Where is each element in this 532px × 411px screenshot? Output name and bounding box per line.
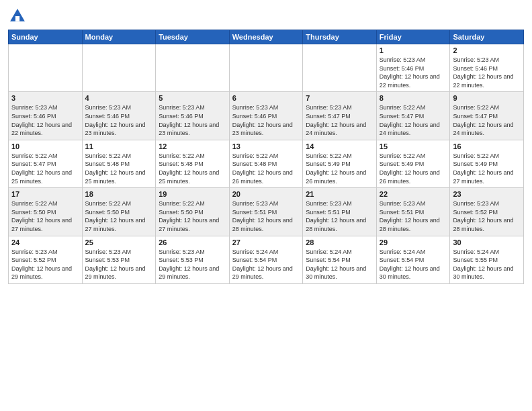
logo-icon	[8, 7, 27, 26]
day-cell: 19Sunrise: 5:22 AM Sunset: 5:50 PM Dayli…	[156, 188, 230, 236]
day-cell: 13Sunrise: 5:22 AM Sunset: 5:48 PM Dayli…	[229, 140, 303, 187]
day-info: Sunrise: 5:24 AM Sunset: 5:54 PM Dayligh…	[380, 248, 447, 281]
day-info: Sunrise: 5:23 AM Sunset: 5:51 PM Dayligh…	[306, 199, 373, 233]
day-info: Sunrise: 5:23 AM Sunset: 5:52 PM Dayligh…	[453, 199, 521, 233]
day-cell: 20Sunrise: 5:23 AM Sunset: 5:51 PM Dayli…	[229, 188, 303, 236]
week-row-2: 3Sunrise: 5:23 AM Sunset: 5:46 PM Daylig…	[9, 92, 524, 140]
day-cell: 7Sunrise: 5:23 AM Sunset: 5:47 PM Daylig…	[303, 92, 377, 140]
day-number: 19	[159, 190, 226, 198]
day-cell: 30Sunrise: 5:24 AM Sunset: 5:55 PM Dayli…	[450, 236, 524, 283]
day-info: Sunrise: 5:24 AM Sunset: 5:54 PM Dayligh…	[306, 248, 373, 281]
day-info: Sunrise: 5:22 AM Sunset: 5:50 PM Dayligh…	[85, 199, 153, 233]
day-number: 25	[85, 238, 153, 246]
week-row-5: 24Sunrise: 5:23 AM Sunset: 5:52 PM Dayli…	[9, 236, 524, 283]
day-cell: 10Sunrise: 5:22 AM Sunset: 5:47 PM Dayli…	[9, 140, 83, 187]
day-cell: 9Sunrise: 5:22 AM Sunset: 5:47 PM Daylig…	[450, 92, 524, 140]
day-cell: 24Sunrise: 5:23 AM Sunset: 5:52 PM Dayli…	[9, 236, 83, 283]
day-cell: 23Sunrise: 5:23 AM Sunset: 5:52 PM Dayli…	[450, 188, 524, 236]
day-cell: 6Sunrise: 5:23 AM Sunset: 5:46 PM Daylig…	[229, 92, 303, 140]
day-cell: 14Sunrise: 5:22 AM Sunset: 5:49 PM Dayli…	[303, 140, 377, 187]
weekday-header-thursday: Thursday	[303, 30, 377, 44]
weekday-header-tuesday: Tuesday	[156, 30, 230, 44]
day-cell: 4Sunrise: 5:23 AM Sunset: 5:46 PM Daylig…	[82, 92, 156, 140]
day-number: 9	[453, 94, 521, 102]
week-row-3: 10Sunrise: 5:22 AM Sunset: 5:47 PM Dayli…	[9, 140, 524, 187]
day-number: 26	[159, 238, 226, 246]
day-info: Sunrise: 5:24 AM Sunset: 5:55 PM Dayligh…	[453, 248, 521, 281]
header	[8, 7, 524, 26]
weekday-header-friday: Friday	[376, 30, 450, 44]
day-number: 17	[11, 190, 79, 198]
svg-rect-1	[15, 16, 19, 21]
day-cell: 16Sunrise: 5:22 AM Sunset: 5:49 PM Dayli…	[450, 140, 524, 187]
day-info: Sunrise: 5:22 AM Sunset: 5:47 PM Dayligh…	[380, 103, 447, 137]
day-info: Sunrise: 5:23 AM Sunset: 5:47 PM Dayligh…	[306, 103, 373, 137]
day-number: 28	[306, 238, 373, 246]
page: SundayMondayTuesdayWednesdayThursdayFrid…	[0, 0, 532, 411]
day-number: 14	[306, 142, 373, 150]
day-info: Sunrise: 5:23 AM Sunset: 5:53 PM Dayligh…	[85, 248, 153, 281]
day-cell: 3Sunrise: 5:23 AM Sunset: 5:46 PM Daylig…	[9, 92, 83, 140]
day-number: 22	[380, 190, 447, 198]
day-info: Sunrise: 5:22 AM Sunset: 5:48 PM Dayligh…	[232, 152, 300, 185]
day-cell	[303, 44, 377, 92]
day-number: 21	[306, 190, 373, 198]
day-cell	[9, 44, 83, 92]
calendar: SundayMondayTuesdayWednesdayThursdayFrid…	[8, 30, 524, 284]
day-info: Sunrise: 5:22 AM Sunset: 5:48 PM Dayligh…	[159, 152, 226, 185]
day-cell: 18Sunrise: 5:22 AM Sunset: 5:50 PM Dayli…	[82, 188, 156, 236]
day-info: Sunrise: 5:22 AM Sunset: 5:47 PM Dayligh…	[453, 103, 521, 137]
day-number: 2	[453, 46, 521, 54]
day-number: 20	[232, 190, 300, 198]
day-info: Sunrise: 5:23 AM Sunset: 5:53 PM Dayligh…	[159, 248, 226, 281]
day-info: Sunrise: 5:23 AM Sunset: 5:51 PM Dayligh…	[380, 199, 447, 233]
day-cell: 8Sunrise: 5:22 AM Sunset: 5:47 PM Daylig…	[376, 92, 450, 140]
day-info: Sunrise: 5:23 AM Sunset: 5:46 PM Dayligh…	[11, 103, 79, 137]
weekday-header-monday: Monday	[82, 30, 156, 44]
weekday-header-saturday: Saturday	[450, 30, 524, 44]
logo	[8, 7, 30, 26]
day-cell: 5Sunrise: 5:23 AM Sunset: 5:46 PM Daylig…	[156, 92, 230, 140]
day-cell: 21Sunrise: 5:23 AM Sunset: 5:51 PM Dayli…	[303, 188, 377, 236]
day-info: Sunrise: 5:23 AM Sunset: 5:46 PM Dayligh…	[232, 103, 300, 137]
day-cell: 28Sunrise: 5:24 AM Sunset: 5:54 PM Dayli…	[303, 236, 377, 283]
day-number: 16	[453, 142, 521, 150]
day-number: 11	[85, 142, 153, 150]
day-number: 8	[380, 94, 447, 102]
day-number: 29	[380, 238, 447, 246]
day-cell: 1Sunrise: 5:23 AM Sunset: 5:46 PM Daylig…	[376, 44, 450, 92]
day-cell	[82, 44, 156, 92]
day-number: 10	[11, 142, 79, 150]
day-number: 24	[11, 238, 79, 246]
day-cell	[229, 44, 303, 92]
day-cell: 26Sunrise: 5:23 AM Sunset: 5:53 PM Dayli…	[156, 236, 230, 283]
day-number: 12	[159, 142, 226, 150]
day-info: Sunrise: 5:22 AM Sunset: 5:48 PM Dayligh…	[85, 152, 153, 185]
day-cell: 11Sunrise: 5:22 AM Sunset: 5:48 PM Dayli…	[82, 140, 156, 187]
day-info: Sunrise: 5:23 AM Sunset: 5:46 PM Dayligh…	[380, 56, 447, 89]
day-cell: 22Sunrise: 5:23 AM Sunset: 5:51 PM Dayli…	[376, 188, 450, 236]
day-cell: 25Sunrise: 5:23 AM Sunset: 5:53 PM Dayli…	[82, 236, 156, 283]
weekday-header-wednesday: Wednesday	[229, 30, 303, 44]
day-number: 30	[453, 238, 521, 246]
day-number: 13	[232, 142, 300, 150]
day-info: Sunrise: 5:23 AM Sunset: 5:46 PM Dayligh…	[85, 103, 153, 137]
day-cell	[156, 44, 230, 92]
weekday-header-row: SundayMondayTuesdayWednesdayThursdayFrid…	[9, 30, 524, 44]
day-cell: 29Sunrise: 5:24 AM Sunset: 5:54 PM Dayli…	[376, 236, 450, 283]
day-info: Sunrise: 5:22 AM Sunset: 5:50 PM Dayligh…	[159, 199, 226, 233]
day-info: Sunrise: 5:23 AM Sunset: 5:52 PM Dayligh…	[11, 248, 79, 281]
day-number: 27	[232, 238, 300, 246]
week-row-1: 1Sunrise: 5:23 AM Sunset: 5:46 PM Daylig…	[9, 44, 524, 92]
day-info: Sunrise: 5:24 AM Sunset: 5:54 PM Dayligh…	[232, 248, 300, 281]
day-number: 5	[159, 94, 226, 102]
day-info: Sunrise: 5:22 AM Sunset: 5:50 PM Dayligh…	[11, 199, 79, 233]
week-row-4: 17Sunrise: 5:22 AM Sunset: 5:50 PM Dayli…	[9, 188, 524, 236]
day-number: 1	[380, 46, 447, 54]
day-info: Sunrise: 5:23 AM Sunset: 5:46 PM Dayligh…	[453, 56, 521, 89]
day-number: 23	[453, 190, 521, 198]
day-info: Sunrise: 5:23 AM Sunset: 5:46 PM Dayligh…	[159, 103, 226, 137]
weekday-header-sunday: Sunday	[9, 30, 83, 44]
day-cell: 2Sunrise: 5:23 AM Sunset: 5:46 PM Daylig…	[450, 44, 524, 92]
day-info: Sunrise: 5:22 AM Sunset: 5:49 PM Dayligh…	[380, 152, 447, 185]
